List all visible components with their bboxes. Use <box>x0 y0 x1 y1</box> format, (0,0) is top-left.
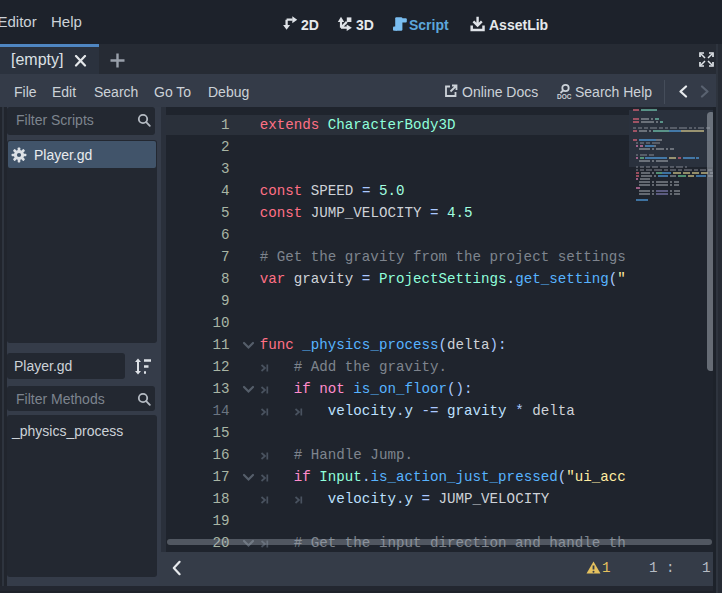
svg-text:DOC: DOC <box>557 93 572 100</box>
